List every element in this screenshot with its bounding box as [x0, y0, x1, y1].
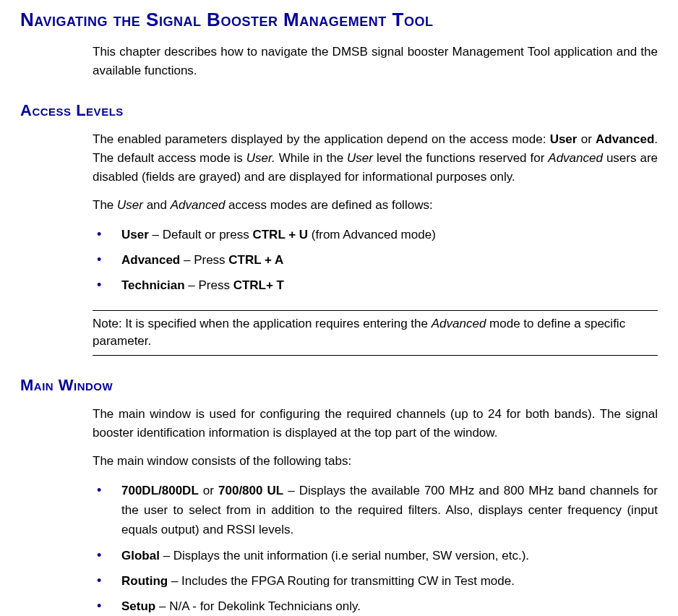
text-bold: CTRL + U	[252, 228, 308, 241]
text-bold: Advanced	[121, 253, 180, 267]
text: – Default or press	[149, 228, 253, 241]
list-item: Advanced – Press CTRL + A	[93, 247, 658, 273]
list-item: Technician – Press CTRL+ T	[93, 273, 658, 298]
access-paragraph-1: The enabled parameters displayed by the …	[93, 130, 658, 187]
section-heading-main-window: Main Window	[20, 376, 658, 395]
text: access modes are defined as follows:	[225, 198, 432, 212]
text-bold: Routing	[121, 574, 168, 588]
text-bold: Global	[121, 549, 160, 562]
text: The	[93, 198, 117, 212]
main-paragraph-1: The main window is used for configuring …	[93, 405, 658, 443]
text-bold: CTRL+ T	[233, 278, 284, 292]
main-bullet-list: 700DL/800DL or 700/800 UL – Displays the…	[93, 478, 658, 616]
text: – Displays the unit information (i.e ser…	[160, 549, 529, 562]
text: level the functions reserved for	[373, 151, 548, 165]
text-italic: User.	[246, 151, 275, 165]
text-italic: User	[347, 151, 373, 165]
access-paragraph-2: The User and Advanced access modes are d…	[93, 196, 658, 215]
text-italic: Advanced	[171, 198, 226, 212]
text-bold: 700/800 UL	[218, 484, 283, 497]
text-italic: Advanced	[548, 151, 603, 165]
text-bold: Technician	[121, 278, 185, 292]
text-italic: User	[117, 198, 143, 212]
text-italic: Advanced	[432, 317, 486, 330]
page-title: Navigating the Signal Booster Management…	[20, 9, 658, 31]
text-bold: User	[121, 228, 149, 241]
text: (from Advanced mode)	[308, 228, 436, 241]
note-box: Note: It is specified when the applicati…	[93, 310, 658, 356]
text: and	[143, 198, 171, 212]
main-paragraph-2: The main window consists of the followin…	[93, 452, 658, 471]
text: or	[577, 132, 596, 146]
list-item: Routing – Includes the FPGA Routing for …	[93, 568, 658, 594]
text-bold: User	[550, 132, 578, 146]
access-bullet-list: User – Default or press CTRL + U (from A…	[93, 222, 658, 299]
text-bold: CTRL + A	[228, 253, 283, 267]
text: – N/A - for Dekolink Technicians only.	[155, 599, 361, 613]
list-item: User – Default or press CTRL + U (from A…	[93, 222, 658, 247]
text-bold: Setup	[121, 599, 155, 613]
intro-paragraph: This chapter describes how to navigate t…	[93, 43, 658, 81]
text: – Includes the FPGA Routing for transmit…	[168, 574, 515, 588]
text: While in the	[275, 151, 347, 165]
text: – Press	[180, 253, 228, 267]
text: – Press	[185, 278, 233, 292]
list-item: 700DL/800DL or 700/800 UL – Displays the…	[93, 478, 658, 543]
text: The enabled parameters displayed by the …	[93, 132, 550, 146]
list-item: Global – Displays the unit information (…	[93, 543, 658, 568]
list-item: Setup – N/A - for Dekolink Technicians o…	[93, 594, 658, 616]
text: or	[199, 484, 218, 497]
text-bold: 700DL/800DL	[121, 484, 199, 497]
text: Note: It is specified when the applicati…	[93, 317, 432, 330]
section-heading-access-levels: Access Levels	[20, 101, 658, 120]
text-bold: Advanced	[596, 132, 654, 146]
